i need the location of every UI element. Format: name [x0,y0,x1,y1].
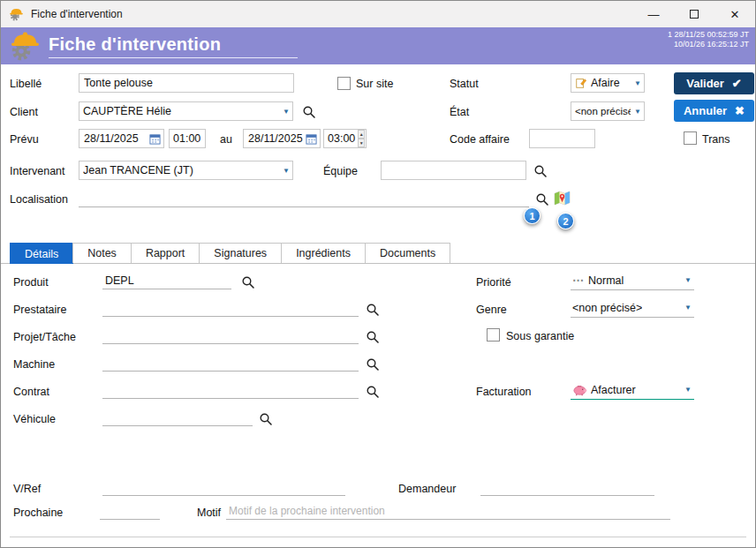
produit-input[interactable] [102,272,231,289]
contrat-search-button[interactable] [365,384,380,399]
vehicule-input[interactable] [102,409,253,426]
intervenant-dropdown[interactable]: Jean TRANCENE (JT) ▼ [79,161,293,180]
localisation-input[interactable] [79,190,529,207]
sous-garantie-label: Sous garantie [506,330,574,342]
app-logo [8,30,43,62]
priorite-label: Priorité [476,276,511,289]
prochaine-input[interactable] [100,502,160,520]
valider-label: Valider [686,77,724,90]
demandeur-input[interactable] [480,478,654,496]
end-time-value: 03:00 [328,132,355,145]
equipe-input[interactable] [381,161,526,180]
sous-garantie-checkbox[interactable] [487,328,500,342]
projet-input[interactable] [102,327,359,344]
search-icon [366,357,380,372]
search-icon [302,105,316,119]
sur-site-checkbox[interactable] [337,77,351,90]
facturation-dropdown[interactable]: Afacturer ▼ [571,380,694,400]
statut-dropdown[interactable]: Afaire ▼ [571,73,645,93]
equipe-search-button[interactable] [533,163,548,178]
start-time-field[interactable]: 01:00 [169,129,206,148]
spin-up-button[interactable]: ▲ [358,130,365,139]
vehicule-label: Véhicule [13,413,56,425]
chevron-down-icon: ▼ [279,167,290,175]
motif-label: Motif [197,507,221,519]
code-affaire-input[interactable] [529,129,595,148]
machine-input[interactable] [102,354,359,372]
search-icon [366,330,380,344]
tab-ingredients[interactable]: Ingrédients [281,243,366,263]
search-icon [535,192,549,206]
machine-label: Machine [13,358,55,371]
task-edit-icon [575,77,587,89]
libelle-input[interactable] [79,73,294,93]
start-date-field[interactable]: 28/11/2025 [79,129,164,148]
app-icon [9,7,24,22]
projet-search-button[interactable] [365,329,380,344]
contrat-label: Contrat [13,386,49,398]
etat-value: <non précisé> [575,106,631,116]
client-search-button[interactable] [301,104,316,119]
code-affaire-label: Code affaire [450,133,510,146]
maximize-icon [690,10,699,19]
chevron-down-icon: ▼ [681,386,692,394]
prestataire-input[interactable] [102,299,359,317]
minimize-button[interactable]: — [633,1,674,27]
client-label: Client [10,106,38,118]
libelle-label: Libellé [10,78,42,90]
footer-divider [10,537,746,537]
annuler-button[interactable]: Annuler ✖ [674,100,754,122]
tab-bar: Détails Notes Rapport Signatures Ingrédi… [10,243,450,264]
chevron-down-icon: ▼ [681,304,692,312]
calendar-icon[interactable] [306,133,317,145]
machine-search-button[interactable] [365,357,380,372]
tab-documents[interactable]: Documents [365,243,450,263]
etat-dropdown[interactable]: <non précisé> ▼ [571,101,645,121]
tab-notes[interactable]: Notes [72,243,132,263]
intervenant-value: Jean TRANCENE (JT) [83,164,193,176]
trans-checkbox[interactable] [684,131,697,145]
app-window: Fiche d'intervention — ✕ Fiche d'interve… [0,0,756,548]
localisation-search-button[interactable] [534,191,549,206]
page-title: Fiche d'intervention [49,34,221,54]
etat-label: État [450,106,469,118]
spin-down-button[interactable]: ▼ [358,139,365,147]
search-icon [366,303,380,317]
contrat-input[interactable] [102,381,359,399]
chevron-down-icon: ▼ [631,79,641,87]
prestataire-search-button[interactable] [365,302,380,317]
map-icon [554,191,571,206]
prochaine-label: Prochaine [13,507,63,519]
genre-dropdown[interactable]: <non précisé> ▼ [571,298,694,318]
calendar-icon[interactable] [149,133,161,145]
tab-signatures[interactable]: Signatures [199,243,282,263]
vref-label: V/Ref [13,483,41,495]
vehicule-search-button[interactable] [258,411,273,426]
tab-details[interactable]: Détails [10,243,73,264]
chevron-down-icon: ▼ [631,108,641,116]
page-title-wrap: Fiche d'intervention [49,34,298,58]
produit-search-button[interactable] [240,274,255,289]
piggy-bank-icon [572,384,587,396]
end-time-field[interactable]: 03:00 ▲ ▼ [323,129,367,148]
priorite-dropdown[interactable]: ⋯ Normal ▼ [571,271,694,290]
chevron-down-icon: ▼ [279,108,290,116]
maximize-button[interactable] [674,1,714,27]
produit-label: Produit [13,276,49,289]
end-date-field[interactable]: 28/11/2025 [243,129,321,148]
close-button[interactable]: ✕ [714,1,755,27]
vref-input[interactable] [102,478,345,496]
check-icon: ✔ [732,77,742,90]
header-band: Fiche d'intervention 1 28/11/25 00:52:59… [1,27,755,64]
modified-timestamp: 10/01/26 16:25:12 JT [668,40,749,49]
client-dropdown[interactable]: CAUPTÈRE Hélie ▼ [79,101,293,121]
map-button[interactable] [554,191,571,206]
valider-button[interactable]: Valider ✔ [674,72,754,94]
tab-rapport[interactable]: Rapport [131,243,200,263]
priority-dots-icon: ⋯ [572,274,584,287]
motif-input[interactable] [226,502,670,520]
record-timestamps: 1 28/11/25 00:52:59 JT 10/01/26 16:25:12… [668,30,749,49]
annuler-label: Annuler [684,104,727,117]
search-icon [366,385,380,399]
search-icon [259,412,273,426]
